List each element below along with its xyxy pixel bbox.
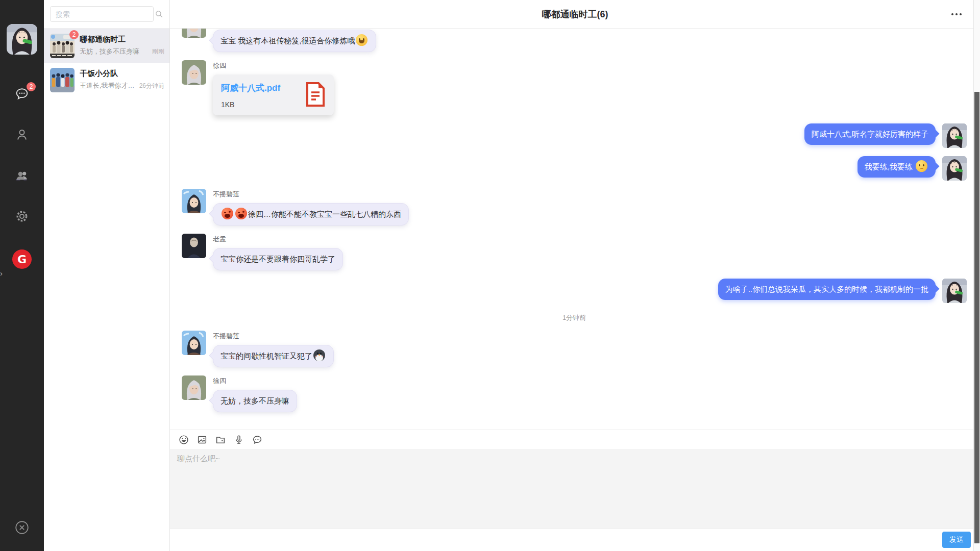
message-row-incoming: 老孟宝宝你还是不要跟着你四哥乱学了 xyxy=(182,234,967,270)
message-bubble: 宝宝你还是不要跟着你四哥乱学了 xyxy=(213,248,343,270)
conversation-title: 干饭小分队 xyxy=(80,69,164,79)
messages-area[interactable]: 宝宝 我这有本祖传秘笈,很适合你修炼哦徐四阿威十八式.pdf1KB阿威十八式,听… xyxy=(170,29,980,430)
groups-icon[interactable] xyxy=(14,168,30,183)
message-text: 宝宝 我这有本祖传秘笈,很适合你修炼哦 xyxy=(220,36,355,45)
message-text: 我要练,我要练 xyxy=(865,162,915,171)
enraged-face-emoji xyxy=(222,208,233,219)
conversation-title: 哪都通临时工 xyxy=(80,35,164,44)
message-sender-avatar[interactable] xyxy=(182,331,206,355)
more-icon[interactable] xyxy=(950,10,963,18)
message-row-outgoing: 阿威十八式,听名字就好厉害的样子 xyxy=(182,123,967,148)
message-bubble: 为啥子..你们总说我呆瓜，其实大多的时候，我都机制的一批 xyxy=(718,279,936,300)
message-row-outgoing: 为啥子..你们总说我呆瓜，其实大多的时候，我都机制的一批 xyxy=(182,279,967,303)
sidebar-nav: 2 G xyxy=(12,86,32,294)
message-bubble: 宝宝 我这有本祖传秘笈,很适合你修炼哦 xyxy=(213,30,376,52)
chat-icon[interactable]: 2 xyxy=(14,86,30,102)
pdf-file-icon xyxy=(305,82,326,107)
file-attachment-card[interactable]: 阿威十八式.pdf1KB xyxy=(213,74,334,115)
message-bubble: 阿威十八式,听名字就好厉害的样子 xyxy=(804,123,936,145)
chat-title: 哪都通临时工(6) xyxy=(542,8,608,20)
sidebar: 2 G › xyxy=(0,0,44,551)
app-window: 2 G › 2哪都通临时工无妨，技多不压身嘛刚刚干 xyxy=(0,0,980,551)
message-text: 无妨，技多不压身嘛 xyxy=(220,396,289,405)
conversation-preview: 王道长,我看你才… xyxy=(80,81,137,90)
message-bubble: 徐四…你能不能不教宝宝一些乱七八糟的东西 xyxy=(213,203,409,226)
message-sender-name: 老孟 xyxy=(213,235,343,244)
file-name[interactable]: 阿威十八式.pdf xyxy=(221,82,300,94)
message-sender-name: 徐四 xyxy=(213,61,334,70)
no-mouth-face-emoji xyxy=(916,160,927,172)
message-bubble: 宝宝的间歇性机智证又犯了 xyxy=(213,345,334,367)
message-text: 宝宝的间歇性机智证又犯了 xyxy=(220,352,312,360)
message-row-incoming: 不摇碧莲宝宝的间歇性机智证又犯了 xyxy=(182,331,967,367)
hugging-face-emoji xyxy=(356,34,368,46)
send-row: 发送 xyxy=(170,528,980,551)
conversation-time: 26分钟前 xyxy=(139,82,164,90)
chat-list-panel: 2哪都通临时工无妨，技多不压身嘛刚刚干饭小分队王道长,我看你才…26分钟前 xyxy=(44,0,170,551)
message-sender-avatar[interactable] xyxy=(182,234,206,258)
search-input[interactable] xyxy=(50,6,154,22)
message-bubble: 无妨，技多不压身嘛 xyxy=(213,390,297,412)
composer: 发送 xyxy=(170,430,980,551)
send-button[interactable]: 发送 xyxy=(942,532,971,548)
chat-header: 哪都通临时工(6) xyxy=(170,0,980,29)
conversation-item[interactable]: 2哪都通临时工无妨，技多不压身嘛刚刚 xyxy=(44,29,169,63)
unread-badge: 2 xyxy=(27,82,36,91)
conversation-unread-badge: 2 xyxy=(69,30,79,39)
conversation-time: 刚刚 xyxy=(152,47,164,56)
conversation-preview: 无妨，技多不压身嘛 xyxy=(80,47,150,56)
message-sender-avatar[interactable] xyxy=(182,375,206,400)
user-avatar[interactable] xyxy=(7,24,37,55)
file-size: 1KB xyxy=(221,101,300,109)
scrollbar-thumb[interactable] xyxy=(974,92,979,543)
message-sender-avatar[interactable] xyxy=(182,29,206,38)
image-icon[interactable] xyxy=(197,434,208,445)
app-logo[interactable]: G xyxy=(12,249,32,269)
message-row-outgoing: 我要练,我要练 xyxy=(182,156,967,181)
chat-panel: 哪都通临时工(6) 宝宝 我这有本祖传秘笈,很适合你修炼哦徐四阿威十八式.pdf… xyxy=(170,0,980,551)
message-sender-name: 不摇碧莲 xyxy=(213,332,334,341)
message-input[interactable] xyxy=(170,449,980,528)
contacts-icon[interactable] xyxy=(14,127,30,142)
message-text: 为啥子..你们总说我呆瓜，其实大多的时候，我都机制的一批 xyxy=(725,285,928,293)
folder-icon[interactable] xyxy=(215,434,226,445)
message-sender-avatar[interactable] xyxy=(942,279,967,303)
message-text: 徐四…你能不能不教宝宝一些乱七八糟的东西 xyxy=(248,210,401,218)
message-text: 宝宝你还是不要跟着你四哥乱学了 xyxy=(220,255,335,263)
search-icon[interactable] xyxy=(154,7,164,22)
close-icon[interactable] xyxy=(14,519,30,536)
collapse-arrow-icon[interactable]: › xyxy=(0,269,3,277)
message-row-incoming: 徐四无妨，技多不压身嘛 xyxy=(182,375,967,412)
enraged-face-emoji xyxy=(235,208,247,219)
voice-icon[interactable] xyxy=(233,434,244,445)
message-bubble: 我要练,我要练 xyxy=(857,156,936,178)
message-text: 阿威十八式,听名字就好厉害的样子 xyxy=(812,130,928,138)
message-row-incoming: 宝宝 我这有本祖传秘笈,很适合你修炼哦 xyxy=(182,29,967,52)
message-sender-avatar[interactable] xyxy=(182,60,206,85)
sidebar-bottom xyxy=(14,519,30,536)
conversation-avatar: 2 xyxy=(50,34,75,58)
settings-gear-icon[interactable] xyxy=(14,209,30,224)
message-sender-avatar[interactable] xyxy=(942,156,967,181)
conversation-list: 2哪都通临时工无妨，技多不压身嘛刚刚干饭小分队王道长,我看你才…26分钟前 xyxy=(44,29,169,97)
message-sender-name: 徐四 xyxy=(213,377,297,386)
app-logo-letter: G xyxy=(17,253,27,266)
penguin-emoji xyxy=(313,349,325,361)
message-icon[interactable] xyxy=(252,434,263,445)
search-bar xyxy=(44,0,169,29)
message-row-incoming: 徐四阿威十八式.pdf1KB xyxy=(182,60,967,115)
scrollbar[interactable] xyxy=(973,0,980,551)
messages-timestamp: 1分钟前 xyxy=(182,313,967,322)
message-sender-avatar[interactable] xyxy=(942,123,967,148)
message-sender-avatar[interactable] xyxy=(182,189,206,213)
conversation-item[interactable]: 干饭小分队王道长,我看你才…26分钟前 xyxy=(44,63,169,97)
composer-toolbar xyxy=(170,430,980,449)
emoji-icon[interactable] xyxy=(178,434,189,445)
message-row-incoming: 不摇碧莲徐四…你能不能不教宝宝一些乱七八糟的东西 xyxy=(182,189,967,226)
message-sender-name: 不摇碧莲 xyxy=(213,190,409,199)
conversation-avatar xyxy=(50,68,75,92)
